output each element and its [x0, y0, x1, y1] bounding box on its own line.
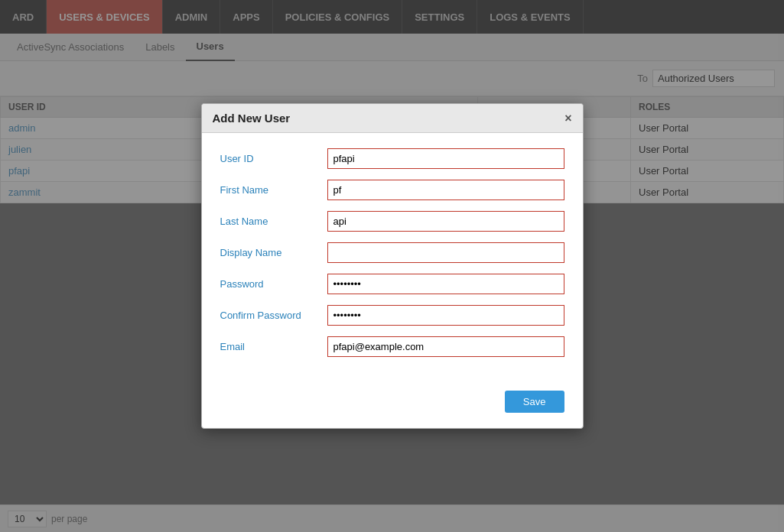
modal-body: User IDFirst NameLast NameDisplay NamePa…	[202, 133, 583, 383]
form-row-email: Email	[220, 336, 564, 357]
form-row-first-name: First Name	[220, 180, 564, 200]
input-confirm-password[interactable]	[327, 305, 564, 326]
label-password: Password	[220, 278, 327, 290]
modal-header: Add New User ×	[202, 104, 583, 133]
form-row-display-name: Display Name	[220, 242, 564, 263]
add-user-modal: Add New User × User IDFirst NameLast Nam…	[201, 103, 584, 429]
modal-overlay: Add New User × User IDFirst NameLast Nam…	[0, 0, 784, 532]
modal-footer: Save	[202, 383, 583, 428]
label-display-name: Display Name	[220, 247, 327, 258]
form-row-confirm-password: Confirm Password	[220, 305, 564, 326]
form-row-password: Password	[220, 274, 564, 294]
label-last-name: Last Name	[220, 216, 327, 227]
input-password[interactable]	[327, 274, 564, 294]
label-email: Email	[220, 341, 327, 352]
input-display-name[interactable]	[327, 242, 564, 263]
input-user-id[interactable]	[327, 148, 564, 169]
form-row-user-id: User ID	[220, 148, 564, 169]
modal-title: Add New User	[213, 112, 291, 125]
label-user-id: User ID	[220, 153, 327, 164]
input-first-name[interactable]	[327, 180, 564, 200]
modal-close-button[interactable]: ×	[564, 112, 571, 125]
input-email[interactable]	[327, 336, 564, 357]
save-button[interactable]: Save	[505, 391, 564, 413]
form-row-last-name: Last Name	[220, 211, 564, 232]
label-confirm-password: Confirm Password	[220, 310, 327, 321]
label-first-name: First Name	[220, 184, 327, 196]
input-last-name[interactable]	[327, 211, 564, 232]
